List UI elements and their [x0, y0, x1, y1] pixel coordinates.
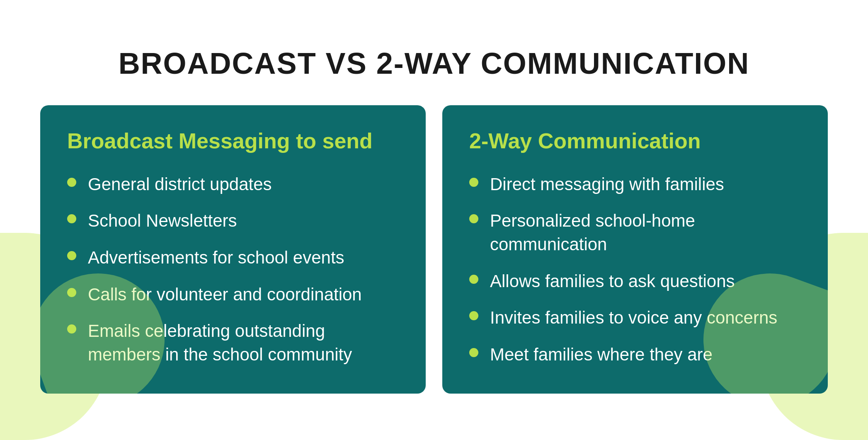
broadcast-item-text: Advertisements for school events — [88, 246, 344, 270]
broadcast-item-text: School Newsletters — [88, 209, 237, 233]
twoway-card: 2-Way Communication Direct messaging wit… — [442, 105, 828, 394]
broadcast-item-text: General district updates — [88, 173, 272, 196]
twoway-item-text: Allows families to ask questions — [490, 270, 735, 293]
twoway-card-title: 2-Way Communication — [469, 128, 801, 154]
bullet-dot-icon — [67, 251, 76, 260]
twoway-item-text: Meet families where they are — [490, 343, 713, 367]
bullet-dot-icon — [469, 178, 478, 187]
broadcast-list-item: Advertisements for school events — [67, 246, 399, 270]
bullet-dot-icon — [67, 178, 76, 187]
bullet-dot-icon — [469, 275, 478, 284]
twoway-item-text: Direct messaging with families — [490, 173, 724, 196]
broadcast-list-item: School Newsletters — [67, 209, 399, 233]
cards-container: Broadcast Messaging to send General dist… — [40, 105, 828, 394]
bullet-dot-icon — [469, 311, 478, 320]
bullet-dot-icon — [469, 348, 478, 357]
bullet-dot-icon — [469, 214, 478, 223]
twoway-list-item: Personalized school-home communication — [469, 209, 801, 256]
twoway-item-text: Personalized school-home communication — [490, 209, 801, 256]
broadcast-card: Broadcast Messaging to send General dist… — [40, 105, 426, 394]
broadcast-list-item: General district updates — [67, 173, 399, 196]
twoway-list-item: Direct messaging with families — [469, 173, 801, 196]
broadcast-card-title: Broadcast Messaging to send — [67, 128, 399, 154]
page-title: BROADCAST VS 2-WAY COMMUNICATION — [119, 46, 750, 80]
bullet-dot-icon — [67, 214, 76, 223]
